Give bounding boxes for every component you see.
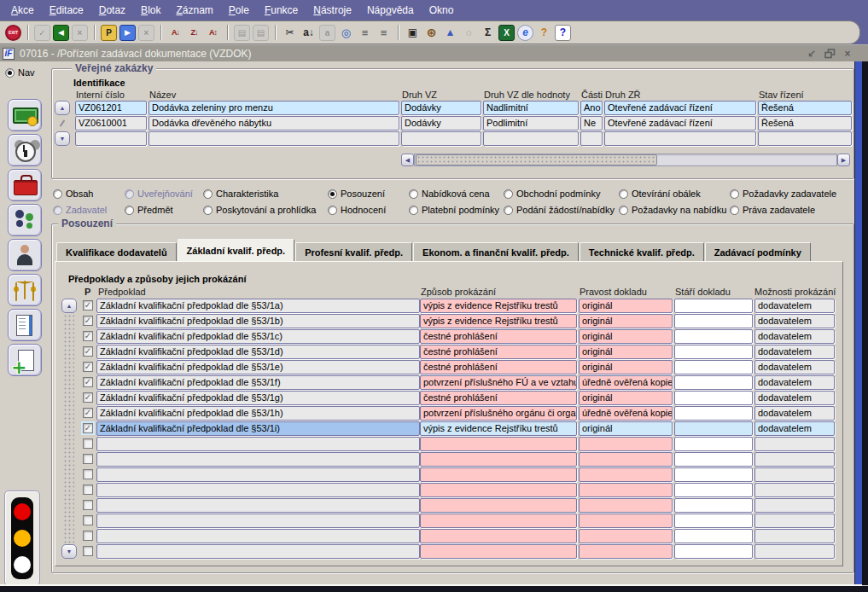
cell-moznosti[interactable]: dodavatelem — [754, 329, 835, 344]
cell-moznosti[interactable]: dodavatelem — [754, 345, 835, 359]
menu-editace[interactable]: Editace — [42, 2, 91, 19]
execute-query-icon[interactable]: ▶ — [119, 25, 136, 41]
cell-zpusob[interactable] — [420, 437, 577, 451]
row-checkbox[interactable] — [83, 454, 93, 464]
menu-akce[interactable]: Akce — [3, 2, 42, 19]
cell-predpoklad[interactable]: Základní kvalifikační předpoklad dle §53… — [96, 391, 420, 405]
cell-predpoklad[interactable] — [96, 437, 420, 451]
cell-stari[interactable] — [674, 529, 753, 543]
cell-zpusob[interactable] — [420, 544, 577, 559]
menu-okno[interactable]: Okno — [422, 2, 462, 19]
cell-pravost[interactable] — [579, 498, 673, 513]
cell-stari[interactable] — [674, 391, 753, 405]
cell-moznosti[interactable] — [754, 452, 835, 467]
cell-moznosti[interactable] — [754, 437, 835, 451]
cell-stari[interactable] — [674, 329, 753, 344]
cell-druh[interactable] — [401, 131, 481, 146]
clipboard-icon[interactable]: ▣ — [405, 25, 421, 41]
row-checkbox[interactable] — [83, 515, 93, 525]
cell-zpusob[interactable] — [420, 514, 577, 528]
cell-pravost[interactable]: originál — [579, 421, 673, 436]
cell-stari[interactable] — [674, 314, 753, 328]
record-scroll-up-button[interactable]: ▲ — [55, 101, 70, 115]
cell-moznosti[interactable] — [754, 544, 835, 559]
hscroll-thumb[interactable] — [416, 154, 657, 165]
list-values-icon[interactable]: ≡ — [357, 25, 373, 41]
close-icon[interactable]: × — [841, 48, 854, 60]
cell-cislo[interactable]: VZ0610001 — [75, 116, 147, 131]
cut-icon[interactable]: ✂ — [282, 25, 298, 41]
cell-stari[interactable] — [674, 406, 753, 421]
cell-zr[interactable]: Otevřené zadávací řízení — [604, 116, 756, 131]
menu-dotaz[interactable]: Dotaz — [91, 2, 133, 19]
cell-stari[interactable] — [674, 514, 753, 528]
cell-druh[interactable]: Dodávky — [401, 116, 481, 131]
cell-nazev[interactable]: Dodávka dřevěného nábytku — [149, 116, 399, 131]
cell-zpusob[interactable]: čestné prohlášení — [420, 329, 577, 344]
cell-predpoklad[interactable]: Základní kvalifikační předpoklad dle §53… — [96, 406, 420, 421]
cell-zr[interactable] — [604, 131, 756, 146]
cell-zpusob[interactable] — [420, 467, 577, 482]
cell-moznosti[interactable]: dodavatelem — [754, 421, 835, 436]
cell-pravost[interactable] — [579, 529, 673, 543]
cell-moznosti[interactable]: dodavatelem — [754, 360, 835, 374]
cell-stav[interactable]: Řešená — [758, 116, 852, 131]
tab-technicke-kvalif-predp[interactable]: Technické kvalif. předp. — [580, 242, 704, 261]
find-icon[interactable]: ◎ — [338, 25, 354, 41]
cell-pravost[interactable]: originál — [579, 360, 673, 374]
cell-stari[interactable] — [674, 421, 753, 436]
cell-zpusob[interactable] — [420, 452, 577, 467]
row-checkbox[interactable]: ✓ — [83, 362, 93, 372]
cell-druh[interactable]: Dodávky — [401, 101, 481, 115]
sort-desc-icon[interactable]: Z↓ — [186, 25, 202, 41]
tab-ekonom-a-financni-kvalif-predp[interactable]: Ekonom. a finanční kvalif. předp. — [413, 242, 579, 261]
cell-zpusob[interactable]: výpis z evidence Rejstříku trestů — [420, 314, 577, 328]
cell-moznosti[interactable]: dodavatelem — [754, 406, 835, 421]
cell-moznosti[interactable] — [754, 498, 835, 513]
cell-zpusob[interactable]: potvrzení příslušného FÚ a ve vztahu — [420, 375, 577, 390]
cell-pravost[interactable]: originál — [579, 314, 673, 328]
tab-kvalifikace-dodavatelu[interactable]: Kvalifikace dodavatelů — [56, 242, 177, 261]
cell-zr[interactable]: Otevřené zadávací řízení — [604, 101, 756, 115]
cell-zpusob[interactable]: čestné prohlášení — [420, 360, 577, 374]
row-checkbox[interactable]: ✓ — [83, 331, 93, 341]
row-checkbox[interactable] — [83, 485, 93, 495]
cell-casti[interactable]: Ano — [580, 101, 603, 115]
cell-stari[interactable] — [674, 498, 753, 513]
cell-stari[interactable] — [674, 299, 753, 313]
tree-icon[interactable]: ≡ — [376, 25, 392, 41]
cell-nazev[interactable]: Dodávka zeleniny pro menzu — [149, 101, 399, 115]
cell-pravost[interactable]: originál — [579, 299, 673, 313]
vscroll-track[interactable] — [63, 314, 74, 544]
cell-pravost[interactable] — [579, 514, 673, 528]
cell-casti[interactable]: Ne — [580, 116, 603, 131]
cell-stari[interactable] — [674, 375, 753, 390]
cell-stari[interactable] — [674, 467, 753, 482]
enter-query-icon[interactable]: P — [101, 25, 117, 41]
cell-moznosti[interactable]: dodavatelem — [754, 314, 835, 328]
cell-zpusob[interactable]: výpis z evidence Rejstříku trestů — [420, 299, 577, 313]
cell-zpusob[interactable] — [420, 529, 577, 543]
vscroll-up-button[interactable]: ▲ — [61, 299, 77, 313]
cell-casti[interactable] — [580, 131, 603, 146]
cell-predpoklad[interactable] — [96, 483, 420, 497]
menu-napoveda[interactable]: Nápověda — [359, 2, 422, 19]
cell-hodnota[interactable]: Podlimitní — [483, 116, 579, 131]
menu-zaznam[interactable]: Záznam — [168, 2, 220, 19]
cell-moznosti[interactable] — [754, 483, 835, 497]
cell-moznosti[interactable] — [754, 529, 835, 543]
prism-icon[interactable]: ▲ — [442, 25, 458, 41]
row-checkbox[interactable]: ✓ — [83, 316, 93, 326]
row-checkbox[interactable] — [83, 531, 93, 541]
tab-zakladni-kvalif-predp[interactable]: Základní kvalif. předp. — [178, 239, 295, 261]
cell-zpusob[interactable]: potvrzení příslušného orgánu či orga — [420, 406, 577, 421]
cell-moznosti[interactable] — [754, 467, 835, 482]
cell-pravost[interactable]: originál — [579, 345, 673, 359]
row-checkbox[interactable] — [83, 500, 93, 510]
menu-funkce[interactable]: Funkce — [257, 2, 306, 19]
cell-predpoklad[interactable] — [96, 467, 420, 482]
cell-predpoklad[interactable]: Základní kvalifikační předpoklad dle §53… — [96, 375, 420, 390]
cell-stari[interactable] — [674, 483, 753, 497]
menu-pole[interactable]: Pole — [221, 2, 257, 19]
excel-icon[interactable]: X — [498, 25, 515, 41]
